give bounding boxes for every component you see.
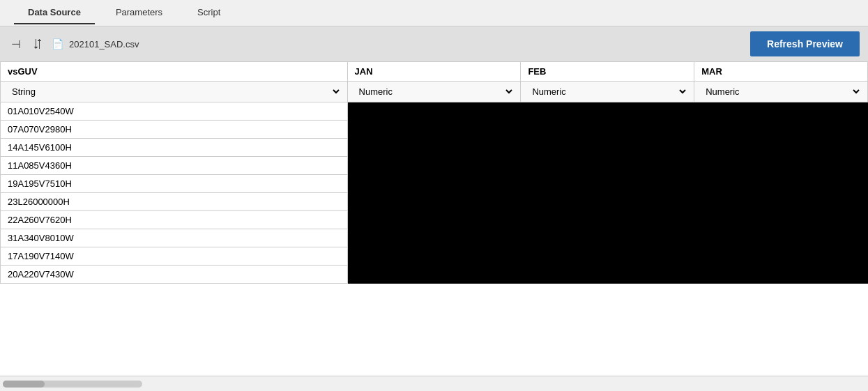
- table-body: 01A010V2540W07A070V2980H14A145V6100H11A0…: [1, 102, 868, 284]
- table-row: 20A220V7430W: [1, 266, 868, 284]
- cell-black-3: [694, 211, 868, 229]
- cell-black-3: [694, 102, 868, 121]
- table-row: 22A260V7620H: [1, 211, 868, 229]
- cell-black-3: [694, 175, 868, 193]
- type-cell-mar[interactable]: String Numeric Boolean Date: [694, 82, 868, 102]
- cell-black-3: [694, 266, 868, 284]
- cell-black-2: [521, 175, 694, 193]
- cell-vsguv: 01A010V2540W: [1, 102, 348, 121]
- cell-black-1: [347, 121, 521, 139]
- data-table: vsGUV JAN FEB MAR String Numeric Boolean…: [0, 61, 868, 284]
- type-select-feb[interactable]: String Numeric Boolean Date: [526, 84, 688, 99]
- tab-data-source[interactable]: Data Source: [14, 1, 95, 24]
- col-header-mar: MAR: [694, 62, 868, 82]
- toolbar-left: ⊣ ⮃ 📄 202101_SAD.csv: [8, 36, 745, 52]
- table-row: 31A340V8010W: [1, 229, 868, 247]
- table-row: 01A010V2540W: [1, 102, 868, 121]
- type-select-vsguv[interactable]: String Numeric Boolean Date: [6, 84, 342, 99]
- data-table-container: vsGUV JAN FEB MAR String Numeric Boolean…: [0, 61, 868, 376]
- type-select-jan[interactable]: String Numeric Boolean Date: [353, 84, 515, 99]
- cell-black-1: [347, 266, 521, 284]
- cell-black-3: [694, 193, 868, 211]
- cell-black-2: [521, 121, 694, 139]
- cell-black-3: [694, 229, 868, 247]
- horizontal-scrollbar-thumb[interactable]: [3, 381, 45, 388]
- cell-black-2: [521, 157, 694, 175]
- table-row: 14A145V6100H: [1, 139, 868, 157]
- cell-vsguv: 31A340V8010W: [1, 229, 348, 247]
- col-header-jan: JAN: [347, 62, 521, 82]
- tab-parameters[interactable]: Parameters: [102, 1, 176, 24]
- cell-black-1: [347, 102, 521, 121]
- column-type-row: String Numeric Boolean Date String Numer…: [1, 82, 868, 102]
- circle-arrow-icon: ⮃: [32, 38, 43, 50]
- table-row: 07A070V2980H: [1, 121, 868, 139]
- horizontal-scrollbar-track[interactable]: [3, 381, 142, 388]
- cell-black-2: [521, 266, 694, 284]
- cell-vsguv: 19A195V7510H: [1, 175, 348, 193]
- cell-black-3: [694, 247, 868, 266]
- cell-vsguv: 20A220V7430W: [1, 266, 348, 284]
- col-header-feb: FEB: [521, 62, 694, 82]
- cell-vsguv: 07A070V2980H: [1, 121, 348, 139]
- cell-black-2: [521, 102, 694, 121]
- history-back-button[interactable]: ⮃: [29, 36, 46, 52]
- top-nav: Data Source Parameters Script: [0, 0, 868, 26]
- type-cell-feb[interactable]: String Numeric Boolean Date: [521, 82, 694, 102]
- table-row: 23L26000000H: [1, 193, 868, 211]
- cell-black-1: [347, 211, 521, 229]
- type-cell-vsguv[interactable]: String Numeric Boolean Date: [1, 82, 348, 102]
- file-icon: 📄: [52, 38, 63, 49]
- refresh-preview-button[interactable]: Refresh Preview: [750, 31, 860, 56]
- cell-black-2: [521, 247, 694, 266]
- toolbar: ⊣ ⮃ 📄 202101_SAD.csv Refresh Preview: [0, 26, 868, 61]
- back-to-start-button[interactable]: ⊣: [8, 36, 24, 52]
- cell-black-1: [347, 229, 521, 247]
- cell-vsguv: 11A085V4360H: [1, 157, 348, 175]
- cell-vsguv: 23L26000000H: [1, 193, 348, 211]
- bottom-scrollbar-area: [0, 376, 868, 391]
- cell-black-1: [347, 193, 521, 211]
- cell-black-1: [347, 247, 521, 266]
- type-select-mar[interactable]: String Numeric Boolean Date: [700, 84, 862, 99]
- table-row: 11A085V4360H: [1, 157, 868, 175]
- column-name-row: vsGUV JAN FEB MAR: [1, 62, 868, 82]
- cell-black-3: [694, 157, 868, 175]
- cell-black-2: [521, 139, 694, 157]
- table-row: 19A195V7510H: [1, 175, 868, 193]
- cell-black-2: [521, 193, 694, 211]
- cell-black-1: [347, 175, 521, 193]
- col-header-vsguv: vsGUV: [1, 62, 348, 82]
- cell-black-1: [347, 157, 521, 175]
- cell-black-2: [521, 229, 694, 247]
- cell-black-3: [694, 121, 868, 139]
- cell-black-3: [694, 139, 868, 157]
- back-to-start-icon: ⊣: [11, 38, 21, 51]
- cell-black-2: [521, 211, 694, 229]
- tab-script[interactable]: Script: [183, 1, 234, 24]
- file-name-label: 202101_SAD.csv: [69, 39, 139, 49]
- cell-vsguv: 22A260V7620H: [1, 211, 348, 229]
- type-cell-jan[interactable]: String Numeric Boolean Date: [347, 82, 521, 102]
- cell-vsguv: 14A145V6100H: [1, 139, 348, 157]
- cell-black-1: [347, 139, 521, 157]
- table-row: 17A190V7140W: [1, 247, 868, 266]
- cell-vsguv: 17A190V7140W: [1, 247, 348, 266]
